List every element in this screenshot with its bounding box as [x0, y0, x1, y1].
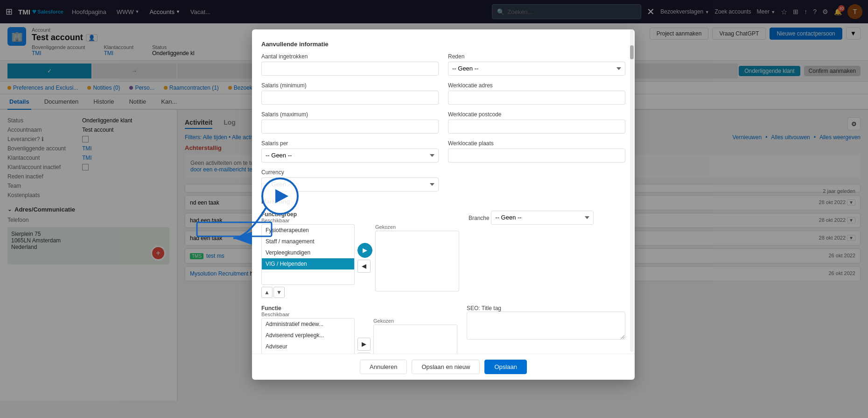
functie-beschikbaar-container: Beschikbaar Administratief medew... Advi… [261, 312, 355, 354]
sort-up-button[interactable]: ▲ [261, 287, 273, 298]
form-group-salaris-max: Salaris (maximum) [261, 111, 439, 134]
form-group-werklocatie-plaats: Werklocatie plaats [448, 140, 625, 163]
move-right-button[interactable]: ▶ [357, 243, 372, 258]
input-werklocatie-postcode[interactable] [448, 120, 625, 134]
select-currency[interactable]: -- Geen -- [261, 177, 439, 191]
functie-gekozen-container: Gekozen [373, 318, 457, 354]
form-group-aantal-ingetrokken: Aantal ingetrokken [261, 53, 439, 76]
input-aantal-ingetrokken[interactable] [261, 62, 439, 76]
modal-scrollbar[interactable] [630, 29, 634, 352]
form-row-aantal: Aantal ingetrokken Reden -- Geen -- [261, 53, 625, 76]
modal: Aanvullende informatie Aantal ingetrokke… [252, 29, 635, 380]
label-werklocatie-plaats: Werklocatie plaats [448, 140, 625, 147]
seo-container: SEO: Title tag [467, 305, 625, 341]
functie-item-admin[interactable]: Administratief medew... [262, 319, 354, 330]
form-group-werklocatie-adres: Werklocatie adres [448, 82, 625, 105]
functie-gekozen-list[interactable] [373, 325, 457, 354]
functiegroep-beschikbaar-label: Beschikbaar [261, 218, 355, 223]
save-new-button[interactable]: Opslaan en nieuw [412, 360, 480, 374]
input-salaris-max[interactable] [261, 120, 439, 134]
form-group-reden: Reden -- Geen -- [448, 53, 625, 76]
functie-item-adviserend[interactable]: Adviserend verpleegk... [262, 330, 354, 341]
functie-container: Functie Beschikbaar Administratief medew… [261, 305, 457, 354]
label-functie: Functie [261, 305, 281, 312]
save-button[interactable]: Opslaan [484, 360, 526, 374]
functiegroep-container: Functiegroep Beschikbaar Fysiotherapeute… [261, 211, 459, 298]
form-row-functiegroep: Functiegroep Beschikbaar Fysiotherapeute… [261, 211, 625, 298]
functie-gekozen-label: Gekozen [373, 318, 457, 324]
functiegroep-gekozen-list[interactable] [375, 231, 459, 291]
form-group-currency: Currency -- Geen -- [261, 169, 439, 191]
form-row-functie: Functie Beschikbaar Administratief medew… [261, 305, 625, 354]
form-group-salaris-min: Salaris (minimum) [261, 82, 439, 105]
label-reden: Reden [448, 53, 625, 60]
form-row-salaris-per: Salaris per -- Geen -- Werklocatie plaat… [261, 140, 625, 163]
functie-beschikbaar-list[interactable]: Administratief medew... Adviserend verpl… [261, 318, 355, 354]
form-row-salaris-max: Salaris (maximum) Werklocatie postcode [261, 111, 625, 134]
label-currency: Currency [261, 169, 439, 176]
listbox-item-fysiotherapeuten[interactable]: Fysiotherapeuten [262, 225, 354, 236]
input-salaris-min[interactable] [261, 91, 439, 105]
listbox-sort-arrows: ▲ ▼ [261, 287, 355, 298]
label-branche: Branche [469, 214, 490, 221]
functiegroep-gekozen-label: Gekozen [375, 224, 459, 230]
branche-container: Branche -- Geen -- [469, 211, 625, 225]
label-werklocatie-adres: Werklocatie adres [448, 82, 625, 89]
form-group-werklocatie-postcode: Werklocatie postcode [448, 111, 625, 134]
label-functiegroep: Functiegroep [261, 211, 297, 218]
functie-move-right-button[interactable]: ▶ [357, 338, 371, 351]
modal-footer: Annuleren Opslaan en nieuw Opslaan [252, 354, 635, 380]
functie-dual-listbox: Beschikbaar Administratief medew... Advi… [261, 312, 457, 354]
label-salaris-max: Salaris (maximum) [261, 111, 439, 118]
form-row-salaris-min: Salaris (minimum) Werklocatie adres [261, 82, 625, 105]
move-left-button[interactable]: ◀ [357, 260, 371, 273]
modal-overlay: Aanvullende informatie Aantal ingetrokke… [0, 0, 868, 418]
form-group-salaris-per: Salaris per -- Geen -- [261, 140, 439, 163]
functiegroep-dual-listbox: Beschikbaar Fysiotherapeuten Staff / man… [261, 218, 459, 298]
sort-down-button[interactable]: ▼ [273, 287, 285, 298]
cancel-button[interactable]: Annuleren [360, 360, 407, 374]
select-branche[interactable]: -- Geen -- [491, 211, 594, 225]
label-salaris-per: Salaris per [261, 140, 439, 147]
textarea-seo[interactable] [467, 312, 625, 340]
functie-item-adviseur[interactable]: Adviseur [262, 341, 354, 352]
modal-section-aanvullend: Aanvullende informatie [261, 41, 625, 48]
listbox-item-vig[interactable]: VIG / Helpenden [262, 258, 354, 269]
select-reden[interactable]: -- Geen -- [448, 62, 625, 76]
functie-move-arrows: ▶ ◀ [357, 338, 371, 354]
select-salaris-per[interactable]: -- Geen -- [261, 149, 439, 163]
label-werklocatie-postcode: Werklocatie postcode [448, 111, 625, 118]
input-werklocatie-plaats[interactable] [448, 149, 625, 163]
label-salaris-min: Salaris (minimum) [261, 82, 439, 89]
functiegroep-beschikbaar-list[interactable]: Fysiotherapeuten Staff / management Verp… [261, 224, 355, 285]
form-row-currency: Currency -- Geen -- [261, 169, 625, 191]
listbox-item-staff[interactable]: Staff / management [262, 236, 354, 247]
functiegroep-move-arrows: ▶ ◀ [357, 243, 372, 273]
listbox-item-verpleeg[interactable]: Verpleegkundigen [262, 247, 354, 258]
label-seo: SEO: Title tag [467, 305, 501, 312]
input-werklocatie-adres[interactable] [448, 91, 625, 105]
modal-section-marketing: Marketing [261, 198, 625, 205]
functie-beschikbaar-label: Beschikbaar [261, 312, 355, 317]
label-aantal-ingetrokken: Aantal ingetrokken [261, 53, 439, 60]
functiegroep-gekozen-container: Gekozen [375, 224, 459, 291]
functiegroep-beschikbaar-container: Beschikbaar Fysiotherapeuten Staff / man… [261, 218, 355, 298]
modal-body: Aanvullende informatie Aantal ingetrokke… [252, 29, 635, 354]
